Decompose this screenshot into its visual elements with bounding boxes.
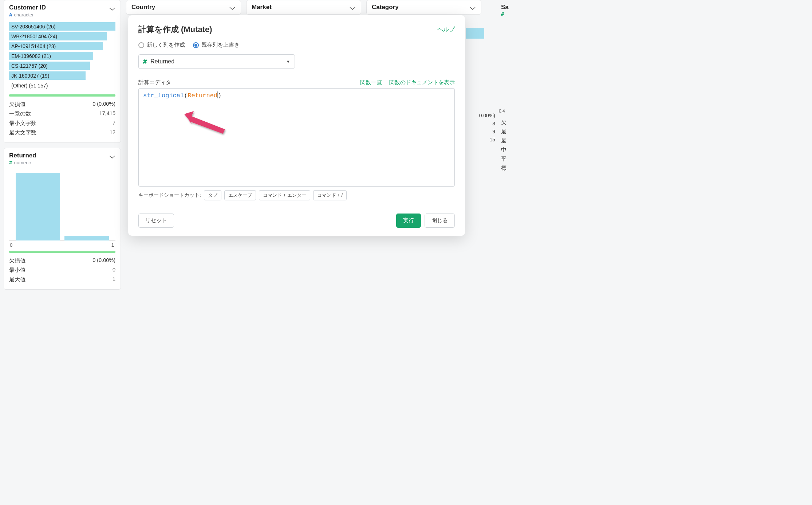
reset-button[interactable]: リセット	[138, 214, 174, 228]
value-bar-row[interactable]: WB-218501404 (24)	[9, 32, 115, 41]
stat-row: 3	[466, 120, 495, 128]
column-type: A character	[9, 12, 46, 17]
column-header-country[interactable]: Country	[126, 0, 241, 15]
run-button[interactable]: 実行	[396, 214, 421, 228]
chevron-down-icon[interactable]	[109, 6, 115, 12]
column-name: Sa	[498, 0, 541, 11]
radio-icon	[138, 42, 144, 48]
chevron-down-icon[interactable]	[109, 154, 115, 160]
kbd-cmd-enter[interactable]: コマンド + エンター	[259, 190, 310, 200]
partial-column-sales: Sa # 0.4 欠最最中平標	[498, 0, 541, 173]
partial-column-right: 0.00%)3915	[466, 0, 495, 144]
radio-overwrite-column[interactable]: 既存列を上書き	[193, 42, 240, 48]
value-bar-row[interactable]: AP-109151404 (23)	[9, 42, 115, 51]
histogram-bar	[16, 173, 60, 240]
function-docs-link[interactable]: 関数のドキュメントを表示	[389, 79, 455, 86]
stat-row: 最大文字数12	[9, 128, 115, 137]
stat-row: 最小値0	[9, 265, 115, 275]
value-bar-list: SV-203651406 (26)WB-218501404 (24)AP-109…	[9, 22, 115, 91]
column-type: # numeric	[9, 160, 36, 165]
numeric-type-icon: #	[143, 58, 147, 65]
numeric-type-icon: #	[501, 11, 504, 17]
mutate-dialog: 計算を作成 (Mutate) ヘルプ 新しく列を作成 既存列を上書き # Ret…	[128, 15, 465, 236]
axis-label: 0.4	[499, 109, 541, 114]
stat-row: 最小文字数7	[9, 118, 115, 128]
formula-editor[interactable]: str_logical(Returned)	[138, 88, 455, 187]
radio-icon	[193, 42, 199, 48]
column-mode-radio-group: 新しく列を作成 既存列を上書き	[138, 42, 455, 48]
kbd-tab[interactable]: タブ	[204, 190, 221, 200]
stat-label: 中	[501, 145, 541, 154]
stat-row: 一意の数17,415	[9, 109, 115, 118]
close-button[interactable]: 閉じる	[425, 214, 455, 228]
value-bar-row[interactable]: JK-1609027 (19)	[9, 71, 115, 80]
kbd-cmd-slash[interactable]: コマンド + /	[313, 190, 347, 200]
column-card-customer-id: Customer ID A character SV-203651406 (26…	[4, 0, 121, 143]
caret-down-icon: ▼	[286, 59, 290, 64]
numeric-type-icon: #	[9, 160, 12, 165]
value-bar-row[interactable]: SV-203651406 (26)	[9, 22, 115, 31]
column-name: Country	[131, 4, 155, 11]
axis-label: 1	[111, 242, 114, 248]
axis-label: 0	[10, 242, 12, 248]
column-type: #	[498, 11, 541, 17]
completeness-bar	[9, 94, 115, 97]
value-bar-row[interactable]: (Other) (51,157)	[9, 81, 115, 90]
target-column-select[interactable]: # Returned ▼	[138, 54, 295, 69]
column-name: Returned	[9, 152, 36, 159]
stat-row: 最大値1	[9, 275, 115, 284]
stats-list: 欠損値0 (0.00%)最小値0最大値1	[9, 256, 115, 284]
value-bar-row[interactable]: EM-1396082 (21)	[9, 51, 115, 60]
column-header-market[interactable]: Market	[246, 0, 361, 15]
select-value: Returned	[150, 58, 174, 65]
chevron-down-icon[interactable]	[349, 5, 356, 11]
dialog-title: 計算を作成 (Mutate)	[138, 24, 212, 35]
radio-create-new-column[interactable]: 新しく列を作成	[138, 42, 185, 48]
column-name: Market	[252, 4, 272, 11]
kbd-escape[interactable]: エスケープ	[224, 190, 256, 200]
stat-label: 標	[501, 164, 541, 173]
stat-label: 最	[501, 127, 541, 136]
stat-row: 15	[466, 136, 495, 144]
stat-row: 0.00%)	[466, 111, 495, 120]
histogram-bar	[64, 236, 109, 240]
editor-label: 計算エディタ	[138, 79, 171, 86]
character-type-icon: A	[9, 12, 12, 17]
value-bar-row[interactable]: CS-121757 (20)	[9, 61, 115, 70]
bar-segment	[466, 28, 484, 39]
stat-label: 最	[501, 136, 541, 145]
stat-label: 平	[501, 154, 541, 164]
histogram: 0 1	[9, 171, 115, 247]
stat-row: 欠損値0 (0.00%)	[9, 256, 115, 265]
completeness-bar	[9, 251, 115, 253]
column-card-returned: Returned # numeric 0 1 欠損値0 (0.00%)最小値0最…	[4, 148, 121, 290]
column-name: Customer ID	[9, 4, 46, 11]
column-header-category[interactable]: Category	[366, 0, 481, 15]
keyboard-shortcuts-row: キーボードショートカット: タブ エスケープ コマンド + エンター コマンド …	[138, 190, 455, 200]
function-list-link[interactable]: 関数一覧	[360, 79, 382, 86]
stat-label: 欠	[501, 118, 541, 127]
column-name: Category	[372, 4, 399, 11]
stat-row: 9	[466, 128, 495, 136]
chevron-down-icon[interactable]	[229, 5, 236, 11]
stat-row: 欠損値0 (0.00%)	[9, 99, 115, 109]
stats-list: 欠損値0 (0.00%)一意の数17,415最小文字数7最大文字数12	[9, 99, 115, 137]
help-link[interactable]: ヘルプ	[437, 26, 455, 34]
